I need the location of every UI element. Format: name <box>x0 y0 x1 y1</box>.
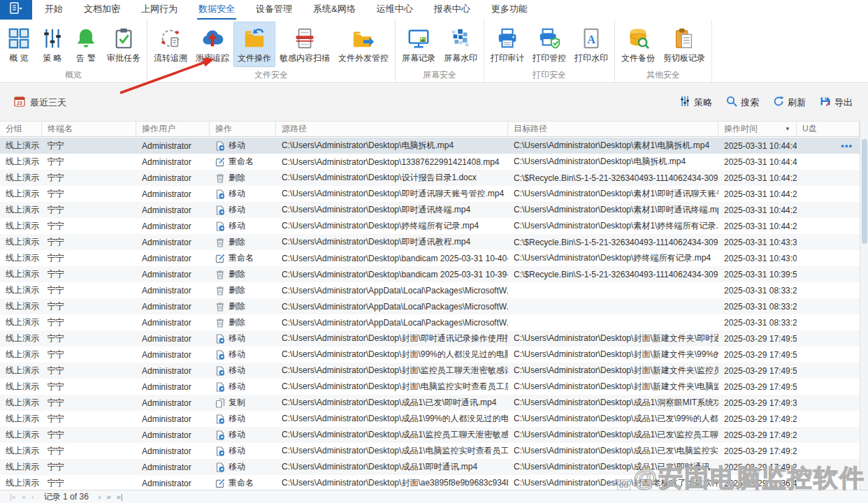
screen-record-icon <box>406 26 431 51</box>
operation-label: 移动 <box>229 429 245 441</box>
column-header-usb[interactable]: U盘 <box>797 122 860 136</box>
table-row[interactable]: 线上演示宁宁Administrator移动C:\Users\Administra… <box>0 218 860 234</box>
refresh-button[interactable]: 刷新 <box>773 96 806 109</box>
first-page-button[interactable]: |« <box>7 493 19 501</box>
sliders-button[interactable]: 策略 <box>679 96 712 109</box>
menu-tab[interactable]: 数据安全 <box>197 0 236 20</box>
cell-user: Administrator <box>136 202 210 218</box>
table-row[interactable]: 线上演示宁宁Administrator移动C:\Users\Administra… <box>0 459 860 475</box>
table-row[interactable]: 线上演示宁宁Administrator移动C:\Users\Administra… <box>0 363 860 379</box>
cell-usb <box>797 266 860 282</box>
cell-operation: 删除 <box>210 298 276 314</box>
scrollbar-thumb[interactable] <box>862 139 867 244</box>
table-row[interactable]: 线上演示宁宁Administrator移动C:\Users\Administra… <box>0 379 860 395</box>
file-outgoing-button[interactable]: 文件外发管控 <box>334 22 393 67</box>
cell-usb <box>797 202 860 218</box>
cell-time: 2025-03-31 10:44:20 <box>718 186 797 202</box>
menu-tab[interactable]: 运维中心 <box>375 0 414 20</box>
delete-icon <box>215 238 225 247</box>
date-range-filter[interactable]: 23 最近三天 <box>14 96 66 109</box>
fast-next-button[interactable]: » <box>103 493 113 501</box>
cell-time: 2025-03-31 10:43:00 <box>718 250 797 266</box>
table-row[interactable]: 线上演示宁宁Administrator删除C:\Users\Administra… <box>0 298 860 314</box>
last-page-button[interactable]: »| <box>114 493 126 501</box>
cell-operation: 移动 <box>210 138 276 154</box>
print-audit-button[interactable]: 打印审计 <box>486 22 528 67</box>
column-header-terminal[interactable]: 终端名 <box>42 122 136 136</box>
cell-terminal: 宁宁 <box>42 138 136 154</box>
table-row[interactable]: 线上演示宁宁Administrator移动C:\Users\Administra… <box>0 411 860 427</box>
row-actions-menu[interactable]: ••• <box>841 138 853 154</box>
cell-terminal: 宁宁 <box>42 170 136 186</box>
file-operation-button[interactable]: 文件操作 <box>233 22 275 67</box>
table-row[interactable]: 线上演示宁宁Administrator重命名C:\Users\Administr… <box>0 475 860 491</box>
table-row[interactable]: 线上演示宁宁Administrator删除C:\Users\Administra… <box>0 266 860 282</box>
app-menu-button[interactable] <box>0 0 32 20</box>
fast-prev-button[interactable]: « <box>19 493 29 501</box>
table-row[interactable]: 线上演示宁宁Administrator移动C:\Users\Administra… <box>0 138 860 154</box>
column-header-user[interactable]: 操作用户 <box>136 122 210 136</box>
cell-user: Administrator <box>136 427 210 443</box>
menu-tab[interactable]: 系统&网络 <box>312 0 357 20</box>
ribbon: 概 览策 略告 警审批任务概览流转追溯泄密追踪文件操作敏感内容扫描文件外发管控文… <box>0 20 868 83</box>
table-row[interactable]: 线上演示宁宁Administrator移动C:\Users\Administra… <box>0 443 860 459</box>
circulation-trace-button[interactable]: 流转追溯 <box>150 22 191 67</box>
table-row[interactable]: 线上演示宁宁Administrator移动C:\Users\Administra… <box>0 202 860 218</box>
clipboard-record-button[interactable]: 剪切板记录 <box>659 22 709 67</box>
column-header-target[interactable]: 目标路径 <box>508 122 718 136</box>
cell-usb <box>797 330 860 347</box>
search-button[interactable]: 搜索 <box>726 96 759 109</box>
cell-user: Administrator <box>136 234 210 250</box>
menu-tab[interactable]: 开始 <box>43 0 64 20</box>
overview-button[interactable]: 概 览 <box>2 22 36 67</box>
operation-label: 删除 <box>229 316 245 328</box>
next-record-button[interactable]: › <box>96 493 104 501</box>
screen-record-button[interactable]: 屏幕记录 <box>398 22 440 67</box>
cell-terminal: 宁宁 <box>42 443 136 459</box>
print-control-button[interactable]: 打印管控 <box>528 22 570 67</box>
column-header-operation[interactable]: 操作 <box>210 122 276 136</box>
operation-label: 移动 <box>229 413 245 425</box>
ribbon-button-label: 打印水印 <box>574 52 608 64</box>
leak-trace-button[interactable]: 泄密追踪 <box>191 22 233 67</box>
table-row[interactable]: 线上演示宁宁Administrator删除C:\Users\Administra… <box>0 234 860 250</box>
menu-tab[interactable]: 报表中心 <box>433 0 472 20</box>
cell-target: C:\Users\Administrator\Desktop\封面\新建文件夹\… <box>508 347 718 363</box>
cell-time: 2025-03-31 10:44:45 <box>718 138 797 154</box>
table-row[interactable]: 线上演示宁宁Administrator重命名C:\Users\Administr… <box>0 154 860 170</box>
screen-watermark-icon <box>448 26 473 51</box>
sensitive-scan-button[interactable]: 敏感内容扫描 <box>275 22 334 67</box>
approval-tasks-button[interactable]: 审批任务 <box>103 22 145 67</box>
table-row[interactable]: 线上演示宁宁Administrator移动C:\Users\Administra… <box>0 427 860 443</box>
menu-tab[interactable]: 设备管理 <box>254 0 294 20</box>
menu-tab[interactable]: 上网行为 <box>140 0 179 20</box>
table-row[interactable]: 线上演示宁宁Administrator删除C:\Users\Administra… <box>0 314 860 330</box>
export-button[interactable]: 导出 <box>820 96 853 109</box>
table-row[interactable]: 线上演示宁宁Administrator复制C:\Users\Administra… <box>0 395 860 411</box>
menu-tab[interactable]: 文档加密 <box>82 0 122 20</box>
table-row[interactable]: 线上演示宁宁Administrator删除C:\Users\Administra… <box>0 282 860 298</box>
policy-button[interactable]: 策 略 <box>36 22 69 67</box>
cell-source: C:\Users\Administrator\Desktop\封面\ae3895… <box>276 475 508 491</box>
cell-time: 2025-03-31 10:44:43 <box>718 154 797 170</box>
menu-tab[interactable]: 更多功能 <box>490 0 529 20</box>
screen-watermark-button[interactable]: 屏幕水印 <box>440 22 482 67</box>
table-row[interactable]: 线上演示宁宁Administrator移动C:\Users\Administra… <box>0 186 860 202</box>
alert-button[interactable]: 告 警 <box>69 22 103 67</box>
table-row[interactable]: 线上演示宁宁Administrator移动C:\Users\Administra… <box>0 330 860 347</box>
table-row[interactable]: 线上演示宁宁Administrator删除C:\Users\Administra… <box>0 170 860 186</box>
file-operation-icon <box>242 26 267 51</box>
vertical-scrollbar[interactable] <box>860 121 868 490</box>
table-row[interactable]: 线上演示宁宁Administrator移动C:\Users\Administra… <box>0 347 860 363</box>
print-watermark-button[interactable]: A打印水印 <box>570 22 612 67</box>
cell-group: 线上演示 <box>0 459 42 475</box>
cell-group: 线上演示 <box>0 266 42 282</box>
circulation-trace-icon <box>158 26 183 51</box>
column-header-label: 目标路径 <box>514 123 547 135</box>
column-header-group[interactable]: 分组 <box>0 122 42 136</box>
table-row[interactable]: 线上演示宁宁Administrator重命名C:\Users\Administr… <box>0 250 860 266</box>
prev-record-button[interactable]: ‹ <box>29 493 37 501</box>
column-header-source[interactable]: 源路径 <box>276 122 508 136</box>
file-backup-button[interactable]: 文件备份 <box>617 22 659 67</box>
column-header-time[interactable]: 操作时间▼ <box>718 122 797 136</box>
